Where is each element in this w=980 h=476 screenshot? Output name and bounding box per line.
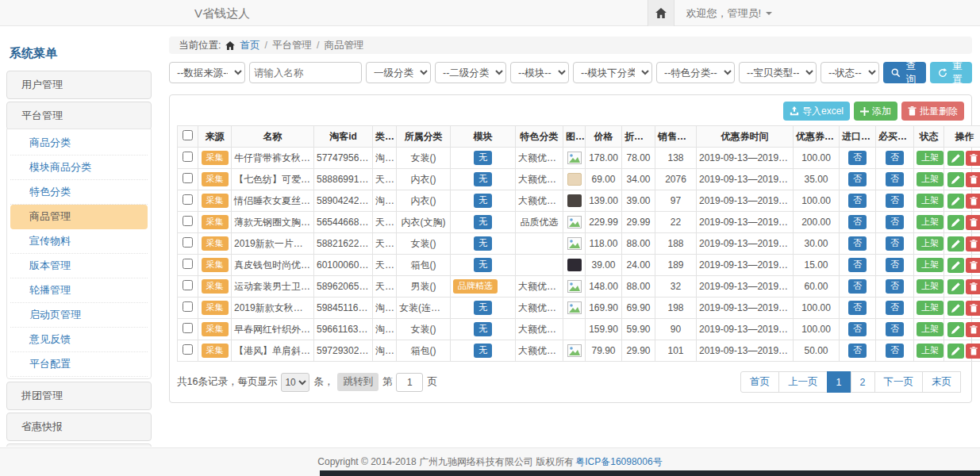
select-all-checkbox[interactable]	[183, 130, 193, 140]
page-button[interactable]: 1	[827, 371, 851, 393]
delete-button[interactable]	[966, 322, 980, 337]
delete-button[interactable]	[966, 172, 980, 187]
delete-button[interactable]	[966, 279, 980, 294]
edit-button[interactable]	[947, 236, 964, 251]
edit-button[interactable]	[947, 194, 964, 209]
sidebar-subitem[interactable]: 商品分类	[10, 131, 148, 155]
page-button[interactable]: 首页	[740, 371, 779, 393]
status-badge[interactable]: 上架	[917, 344, 943, 357]
row-checkbox[interactable]	[183, 323, 193, 333]
imported-badge[interactable]: 否	[848, 344, 867, 357]
must-buy-badge[interactable]: 否	[886, 194, 904, 207]
sidebar-subitem[interactable]: 宣传物料	[10, 229, 148, 254]
delete-button[interactable]	[966, 258, 980, 273]
row-checkbox[interactable]	[183, 280, 193, 290]
sidebar-item[interactable]: 平台管理	[6, 102, 152, 130]
page-number-input[interactable]	[396, 373, 423, 392]
status-badge[interactable]: 上架	[917, 301, 943, 314]
edit-button[interactable]	[947, 258, 964, 273]
sidebar-subitem[interactable]: 特色分类	[10, 180, 148, 205]
row-checkbox[interactable]	[183, 301, 193, 312]
per-page-select[interactable]: 10	[281, 373, 309, 392]
import-excel-button[interactable]: 导入excel	[783, 102, 850, 121]
edit-button[interactable]	[947, 172, 964, 187]
sidebar-item[interactable]: 拼团管理	[6, 382, 152, 410]
category1-select[interactable]: 一级分类	[366, 62, 431, 83]
sidebar-subitem[interactable]: 轮播管理	[10, 278, 148, 303]
status-badge[interactable]: 上架	[917, 151, 943, 164]
sidebar-subitem[interactable]: 启动页管理	[10, 303, 148, 328]
delete-button[interactable]	[966, 236, 980, 251]
must-buy-badge[interactable]: 否	[886, 279, 904, 293]
must-buy-badge[interactable]: 否	[886, 258, 904, 271]
edit-button[interactable]	[947, 344, 964, 359]
status-badge[interactable]: 上架	[917, 194, 943, 207]
delete-button[interactable]	[966, 194, 980, 209]
status-badge[interactable]: 上架	[917, 258, 943, 271]
module-select[interactable]: --模块--	[510, 62, 569, 83]
item-type-select[interactable]: --宝贝类型--	[739, 62, 817, 83]
row-checkbox[interactable]	[183, 344, 193, 355]
search-button[interactable]: 查询	[883, 62, 926, 83]
imported-badge[interactable]: 否	[848, 322, 867, 336]
reset-button[interactable]: 重置	[930, 62, 973, 83]
sidebar-item[interactable]: 消息管理	[6, 443, 152, 447]
imported-badge[interactable]: 否	[848, 236, 867, 250]
edit-button[interactable]	[947, 301, 964, 316]
add-button[interactable]: 添加	[854, 102, 897, 121]
page-button[interactable]: 末页	[922, 371, 961, 393]
must-buy-badge[interactable]: 否	[886, 301, 904, 314]
row-checkbox[interactable]	[183, 173, 193, 183]
status-badge[interactable]: 上架	[917, 236, 943, 250]
imported-badge[interactable]: 否	[848, 215, 867, 228]
breadcrumb-home-link[interactable]: 首页	[240, 36, 259, 54]
sidebar-subitem[interactable]: 模块商品分类	[10, 155, 148, 180]
must-buy-badge[interactable]: 否	[886, 344, 904, 357]
imported-badge[interactable]: 否	[848, 151, 867, 164]
edit-button[interactable]	[947, 322, 964, 337]
imported-badge[interactable]: 否	[848, 258, 867, 271]
status-badge[interactable]: 上架	[917, 172, 943, 186]
page-button[interactable]: 上一页	[778, 371, 828, 393]
row-checkbox[interactable]	[183, 152, 193, 162]
sidebar-item[interactable]: 用户管理	[6, 71, 152, 99]
category2-select[interactable]: --二级分类--	[435, 62, 506, 83]
sidebar-item[interactable]: 省惠快报	[6, 413, 152, 441]
row-checkbox[interactable]	[183, 216, 193, 226]
status-badge[interactable]: 上架	[917, 215, 943, 228]
delete-button[interactable]	[966, 344, 980, 359]
delete-button[interactable]	[966, 215, 980, 230]
page-button[interactable]: 2	[851, 371, 875, 393]
user-menu[interactable]: 欢迎您，管理员!	[674, 0, 783, 26]
row-checkbox[interactable]	[183, 237, 193, 248]
sidebar-subitem[interactable]: 版本管理	[10, 254, 148, 278]
delete-button[interactable]	[966, 301, 980, 316]
row-checkbox[interactable]	[183, 259, 193, 269]
edit-button[interactable]	[947, 151, 964, 166]
status-badge[interactable]: 上架	[917, 279, 943, 293]
imported-badge[interactable]: 否	[848, 194, 867, 207]
imported-badge[interactable]: 否	[848, 301, 867, 314]
jump-button[interactable]: 跳转到	[337, 373, 379, 391]
status-badge[interactable]: 上架	[917, 322, 943, 336]
row-checkbox[interactable]	[183, 194, 193, 205]
delete-button[interactable]	[966, 151, 980, 166]
imported-badge[interactable]: 否	[848, 172, 867, 186]
sidebar-subitem[interactable]: 平台配置	[10, 352, 148, 377]
sidebar-subitem[interactable]: 意见反馈	[10, 328, 148, 352]
edit-button[interactable]	[947, 279, 964, 294]
home-button[interactable]	[648, 0, 674, 26]
status-select[interactable]: --状态--	[821, 62, 879, 83]
sidebar-subitem[interactable]: 商品管理	[10, 205, 148, 229]
batch-delete-button[interactable]: 批量删除	[901, 102, 964, 121]
must-buy-badge[interactable]: 否	[886, 151, 904, 164]
must-buy-badge[interactable]: 否	[886, 172, 904, 186]
feature-category-select[interactable]: --特色分类--	[656, 62, 735, 83]
name-search-input[interactable]	[249, 62, 362, 83]
page-button[interactable]: 下一页	[874, 371, 924, 393]
must-buy-badge[interactable]: 否	[886, 236, 904, 250]
must-buy-badge[interactable]: 否	[886, 322, 904, 336]
edit-button[interactable]	[947, 215, 964, 230]
module-sub-select[interactable]: --模块下分类--	[573, 62, 652, 83]
icp-link[interactable]: 粤ICP备16098006号	[575, 455, 662, 469]
